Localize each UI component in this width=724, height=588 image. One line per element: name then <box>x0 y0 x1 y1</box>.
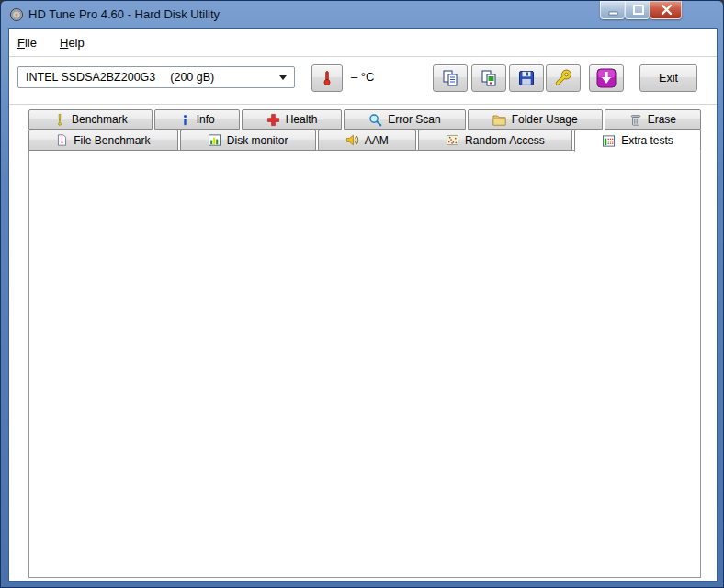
close-button[interactable] <box>650 1 682 19</box>
hd-tune-window: HD Tune Pro 4.60 - Hard Disk Utility Fil… <box>0 0 724 588</box>
copy-text-button[interactable] <box>433 64 468 92</box>
tab-info[interactable]: Info <box>154 109 240 130</box>
tab-row-2: File Benchmark Disk monitor AAM Random A… <box>28 130 701 151</box>
info-icon <box>179 113 191 127</box>
drive-selector-dropdown[interactable]: INTEL SSDSA2BZ200G3 (200 gB) <box>17 66 295 88</box>
disk-monitor-icon <box>208 133 221 147</box>
temperature-button[interactable] <box>311 64 343 92</box>
extra-tests-icon <box>602 134 616 148</box>
minimize-icon <box>601 1 626 19</box>
tab-benchmark[interactable]: Benchmark <box>28 109 153 130</box>
folder-usage-icon <box>492 113 506 127</box>
minimize-button[interactable] <box>600 1 625 19</box>
options-icon <box>554 69 572 87</box>
tab-random-access[interactable]: Random Access <box>418 130 572 151</box>
extra-tests-panel <box>28 150 701 578</box>
save-button[interactable] <box>509 64 544 92</box>
aam-icon <box>345 133 359 147</box>
hard-disk-icon <box>9 7 24 22</box>
temperature-readout: – °C <box>351 70 374 84</box>
title-bar: HD Tune Pro 4.60 - Hard Disk Utility <box>1 1 723 28</box>
options-button[interactable] <box>546 64 581 92</box>
copy-text-icon <box>441 69 459 87</box>
tab-disk-monitor[interactable]: Disk monitor <box>180 130 316 151</box>
tab-folder-usage[interactable]: Folder Usage <box>468 109 603 130</box>
copy-image-button[interactable] <box>471 64 506 92</box>
tab-aam[interactable]: AAM <box>318 130 416 151</box>
menu-separator <box>9 56 717 57</box>
erase-icon <box>629 113 642 127</box>
chevron-down-icon <box>279 75 287 80</box>
maximize-icon <box>626 1 650 19</box>
copy-image-icon <box>480 69 498 87</box>
tab-extra-tests[interactable]: Extra tests <box>574 130 701 152</box>
error-scan-icon <box>368 113 382 127</box>
toolbar-separator <box>9 104 717 105</box>
maximize-button[interactable] <box>625 1 650 19</box>
download-icon <box>595 67 617 89</box>
tab-health[interactable]: Health <box>242 109 343 130</box>
menu-file[interactable]: File <box>12 34 42 51</box>
tab-row-1: Benchmark Info Health Error Scan Folder … <box>28 109 701 130</box>
health-icon <box>266 113 280 127</box>
tab-error-scan[interactable]: Error Scan <box>344 109 465 130</box>
random-access-icon <box>446 133 459 147</box>
drive-model: INTEL SSDSA2BZ200G3 <box>26 71 155 84</box>
file-benchmark-icon <box>56 133 68 147</box>
menu-help[interactable]: Help <box>54 34 90 51</box>
exit-button[interactable]: Exit <box>639 64 697 92</box>
tab-file-benchmark[interactable]: File Benchmark <box>28 130 178 151</box>
thermometer-icon <box>318 69 336 87</box>
download-button[interactable] <box>589 64 624 92</box>
drive-size: (200 gB) <box>170 71 214 84</box>
benchmark-icon <box>53 113 66 127</box>
tab-erase[interactable]: Erase <box>605 109 701 130</box>
window-title: HD Tune Pro 4.60 - Hard Disk Utility <box>28 7 220 21</box>
save-icon <box>517 69 536 87</box>
close-icon <box>650 1 683 19</box>
